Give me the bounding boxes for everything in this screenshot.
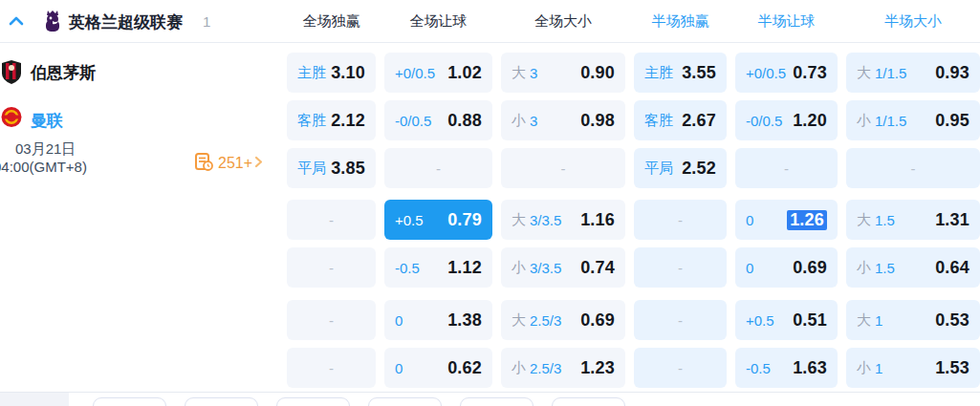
odds-cell[interactable]: 0 0.62	[384, 348, 492, 388]
odds-value: 3.10	[331, 63, 365, 83]
odds-cell[interactable]: 客胜 2.12	[287, 100, 376, 140]
over-label: 大	[857, 211, 871, 229]
odds-cell[interactable]: 大2.5/3 0.69	[501, 300, 625, 340]
odds-cell-empty: -	[501, 148, 625, 188]
odds-label: 平局	[644, 160, 673, 178]
odds-cell[interactable]: 平局 3.85	[287, 148, 376, 188]
premier-league-logo	[42, 10, 63, 32]
odds-cell[interactable]: -0.5 1.12	[384, 247, 492, 288]
column-header-halftime-handicap: 半场让球	[735, 0, 838, 42]
odds-cell[interactable]: 小1/1.5 0.95	[846, 100, 980, 140]
dash: -	[329, 360, 334, 376]
dash: -	[329, 260, 334, 276]
odds-value: 2.52	[682, 159, 716, 179]
odds-cell[interactable]: 大3 0.90	[501, 53, 625, 93]
dash: -	[678, 260, 683, 276]
odds-cell[interactable]: 大3/3.5 1.16	[501, 200, 625, 240]
dash: -	[678, 212, 683, 228]
odds-value: 0.69	[793, 258, 827, 278]
collapse-button[interactable]	[8, 13, 25, 29]
odds-label: -0/0.5	[746, 113, 782, 129]
line-label: 1	[875, 360, 882, 376]
odds-label: 0	[746, 260, 753, 276]
line-label: 3/3.5	[530, 212, 561, 228]
odds-cell[interactable]: 大1/1.5 0.93	[846, 53, 980, 93]
next-section-left-block	[0, 393, 69, 406]
odds-value: 0.74	[580, 258, 615, 278]
odds-value: 2.67	[682, 111, 716, 131]
under-label: 小	[857, 112, 871, 130]
odds-cell[interactable]: -0.5 1.63	[735, 348, 838, 388]
over-label: 大	[512, 64, 526, 82]
odds-cell-empty: -	[634, 300, 727, 340]
odds-cell[interactable]: 平局 2.52	[634, 148, 727, 188]
column-header-halftime-overunder: 半场大小	[846, 0, 980, 42]
away-team-crest-icon	[1, 106, 22, 128]
league-title: 英格兰超级联赛	[69, 11, 183, 33]
odds-value: 0.64	[935, 258, 969, 278]
next-row-cell-stub	[185, 397, 258, 406]
odds-value: 1.38	[447, 310, 482, 331]
odds-cell[interactable]: 小3 0.98	[501, 100, 625, 140]
line-label: 1.5	[875, 212, 895, 228]
over-label: 大	[512, 211, 526, 229]
chevron-right-icon	[254, 155, 263, 172]
more-markets-link[interactable]: 251+	[195, 153, 263, 174]
section-divider	[0, 392, 980, 393]
odds-value: 0.51	[793, 310, 827, 331]
odds-cell[interactable]: 小1.5 0.64	[846, 247, 980, 288]
odds-cell[interactable]: 小3/3.5 0.74	[501, 247, 625, 288]
column-header-fulltime-handicap: 全场让球	[384, 0, 492, 42]
odds-value: 1.12	[447, 258, 482, 278]
odds-cell-empty: -	[634, 200, 727, 240]
odds-value-highlighted: 1.26	[787, 210, 827, 230]
odds-value: 1.31	[935, 210, 969, 230]
under-label: 小	[857, 259, 871, 277]
dash: -	[436, 160, 441, 177]
next-row-cell-stub	[552, 397, 625, 406]
under-label: 小	[512, 259, 526, 277]
column-header-fulltime-1x2: 全场独赢	[287, 0, 376, 42]
odds-cell[interactable]: -0/0.5 1.20	[735, 100, 838, 140]
odds-label: +0.5	[395, 212, 424, 228]
odds-cell[interactable]: 小1 1.53	[846, 348, 980, 388]
line-label: 2.5/3	[530, 312, 561, 329]
home-team-name: 伯恩茅斯	[31, 62, 96, 84]
odds-cell[interactable]: 大1.5 1.31	[846, 200, 980, 240]
odds-cell-empty: -	[634, 348, 727, 388]
odds-cell[interactable]: +0.5 0.51	[735, 300, 838, 340]
odds-cell[interactable]: 小2.5/3 1.23	[501, 348, 625, 388]
odds-label: +0/0.5	[746, 65, 786, 81]
odds-cell-empty: -	[287, 200, 376, 240]
under-label: 小	[512, 359, 526, 377]
odds-cell-empty: -	[384, 148, 492, 188]
next-row-cell-stub	[368, 397, 442, 406]
odds-cell[interactable]: 主胜 3.55	[634, 53, 727, 93]
line-label: 2.5/3	[530, 360, 561, 376]
odds-label: +0.5	[746, 312, 774, 329]
odds-cell-empty: -	[634, 247, 727, 288]
dash: -	[329, 212, 334, 228]
odds-cell[interactable]: 大1 0.53	[846, 300, 980, 340]
odds-cell-empty: -	[287, 247, 376, 288]
coins-clock-icon	[195, 153, 213, 175]
over-label: 大	[512, 311, 526, 330]
under-label: 小	[512, 112, 526, 130]
odds-cell[interactable]: +0/0.5 1.02	[384, 53, 492, 93]
line-label: 1/1.5	[875, 65, 906, 81]
odds-cell[interactable]: -0/0.5 0.88	[384, 100, 492, 140]
odds-cell-empty: -	[287, 348, 376, 388]
odds-value: 1.63	[793, 358, 827, 378]
line-label: 3	[530, 65, 537, 81]
odds-cell[interactable]: 0 0.69	[735, 247, 838, 288]
odds-value: 0.90	[580, 63, 615, 83]
odds-cell[interactable]: 0 1.26	[735, 200, 838, 240]
odds-cell[interactable]: 客胜 2.67	[634, 100, 727, 140]
dash: -	[329, 312, 334, 329]
dash: -	[678, 312, 683, 329]
odds-label: 主胜	[644, 64, 673, 82]
odds-cell-selected[interactable]: +0.5 0.79	[384, 200, 492, 240]
odds-cell[interactable]: 0 1.38	[384, 300, 492, 340]
odds-cell[interactable]: +0/0.5 0.73	[735, 53, 838, 93]
odds-cell[interactable]: 主胜 3.10	[287, 53, 376, 93]
